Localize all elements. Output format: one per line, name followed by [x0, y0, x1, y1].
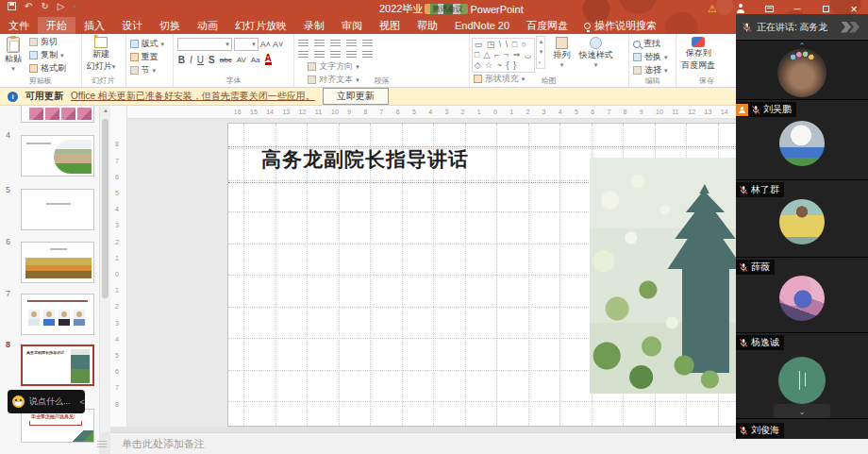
ruler-v-number: 0 [115, 271, 119, 277]
tab-slideshow[interactable]: 幻灯片放映 [226, 17, 295, 34]
font-color-button[interactable]: A [265, 54, 272, 65]
align-right-icon[interactable] [330, 51, 341, 59]
tell-me-label: 操作说明搜索 [594, 19, 657, 33]
tab-file[interactable]: 文件 [0, 17, 38, 34]
window-title: 2022毕业 腾讯会议 PowerPoint [379, 2, 524, 16]
slide8-pagoda-image [71, 349, 90, 383]
meeting-overlay-label: 腾讯会议 [432, 5, 462, 13]
change-case-button[interactable]: Aa [251, 56, 260, 64]
tab-help[interactable]: 帮助 [409, 17, 446, 34]
italic-button[interactable]: I [190, 55, 192, 65]
thumbnail-slide-6[interactable] [21, 242, 94, 283]
video-cell-1[interactable]: 刘吴鹏 [736, 99, 868, 179]
section-button[interactable]: 节▾ [128, 64, 167, 76]
scroll-up-icon[interactable]: ▲ [103, 108, 108, 113]
video-cell-3[interactable]: 薛薇 [736, 257, 868, 332]
participant-label-4: 杨逸诚 [736, 335, 784, 350]
undo-icon[interactable]: ↶ [25, 1, 32, 11]
redo-icon[interactable]: ↻ [41, 1, 48, 11]
ruler-h-number: 6 [396, 109, 400, 115]
font-size-combo[interactable]: ▾ [234, 38, 259, 51]
collapse-down-button[interactable]: ⌄ [774, 404, 830, 418]
chat-input-placeholder[interactable]: 说点什么... [29, 395, 71, 408]
justify-icon[interactable] [346, 51, 357, 59]
slide-number-5: 5 [6, 185, 10, 194]
chat-collapse-icon[interactable]: < [80, 397, 85, 407]
shrink-font-icon[interactable]: A˅ [273, 40, 283, 49]
tab-animations[interactable]: 动画 [189, 17, 226, 34]
ruler-v-number: 2 [115, 303, 119, 310]
notes-placeholder[interactable]: 单击此处添加备注 [122, 437, 205, 451]
ruler-h-number: 3 [444, 109, 448, 115]
tab-review[interactable]: 审阅 [333, 17, 371, 34]
tab-record[interactable]: 录制 [295, 17, 333, 34]
replace-button[interactable]: 替换▾ [631, 51, 670, 63]
thumbnail-slide-7[interactable] [21, 294, 94, 335]
quick-access-dropdown-icon[interactable]: ▾ [73, 3, 76, 10]
save-to-baidu-button[interactable]: 保存到 百度网盘 [678, 36, 718, 73]
align-left-icon[interactable] [298, 51, 309, 59]
group-drawing: ▭ ◳ \ \ □ ○□ △ ⌐ ¬ ⇒ ◡◇ ☆ ~ { }▲▼▿ 排列▾ 快… [470, 34, 629, 87]
tab-view[interactable]: 视图 [371, 17, 409, 34]
thumbnail-slide-8-selected[interactable]: 高务龙副院长指导讲话 [21, 345, 94, 386]
text-direction-button[interactable]: 文字方向▾ [306, 60, 389, 73]
tab-design[interactable]: 设计 [113, 17, 151, 34]
decrease-indent-icon[interactable] [330, 40, 341, 47]
tab-transitions[interactable]: 切换 [151, 17, 189, 34]
thumbnail-slide-5[interactable] [21, 189, 94, 230]
copy-button[interactable]: 复制▾ [27, 49, 68, 61]
numbering-icon[interactable] [314, 40, 325, 47]
bold-button[interactable]: B [178, 55, 185, 65]
increase-indent-icon[interactable] [346, 40, 357, 47]
thumbnail-scrollbar[interactable]: ▲ [99, 106, 110, 432]
speaking-status: 正在讲话: 高务龙 [757, 21, 828, 34]
thumbnail-slide-4[interactable] [21, 135, 94, 177]
shapes-gallery[interactable]: ▭ ◳ \ \ □ ○□ △ ⌐ ¬ ⇒ ◡◇ ☆ ~ { } [472, 38, 536, 73]
align-center-icon[interactable] [314, 51, 325, 59]
format-painter-button[interactable]: 格式刷 [27, 62, 68, 75]
columns-icon[interactable] [362, 51, 373, 59]
video-cell-2[interactable]: 林了群 [736, 179, 868, 257]
arrange-icon [556, 37, 568, 49]
reset-button[interactable]: 重置 [128, 51, 167, 63]
bullets-icon[interactable] [298, 40, 309, 47]
save-icon[interactable] [8, 2, 16, 10]
thumbnail-slide-9[interactable]: 毕业季怎能只说再见! [21, 409, 94, 443]
cut-button[interactable]: 剪切 [27, 36, 68, 48]
participant-name: 刘俊海 [751, 424, 779, 437]
tab-home[interactable]: 开始 [38, 17, 75, 34]
tab-baidu-pan[interactable]: 百度网盘 [518, 17, 576, 34]
update-now-button[interactable]: 立即更新 [323, 88, 389, 105]
meeting-chat-bubble[interactable]: 说点什么... < [8, 390, 85, 413]
shapes-gallery-scroll[interactable]: ▲▼▿ [536, 36, 545, 69]
participant-name: 薛薇 [751, 261, 770, 274]
font-name-combo[interactable]: ▾ [177, 38, 232, 51]
text-shadow-button[interactable]: S [209, 55, 215, 65]
quick-styles-button[interactable]: 快速样式▾ [576, 36, 616, 70]
char-spacing-button[interactable]: AV [237, 56, 246, 64]
video-cell-speaker[interactable]: ⌃ [736, 40, 868, 99]
slide-title-text[interactable]: 高务龙副院长指导讲话 [261, 146, 469, 173]
paste-button[interactable]: 粘贴▾ [2, 36, 25, 74]
gridline-vertical [496, 124, 497, 426]
arrange-button[interactable]: 排列▾ [550, 36, 573, 70]
underline-button[interactable]: U [197, 55, 204, 65]
warning-icon[interactable]: ⚠ [698, 0, 726, 17]
video-cell-5[interactable]: 刘俊海 [736, 418, 868, 439]
tell-me-search[interactable]: 操作说明搜索 [576, 17, 664, 34]
emoji-icon[interactable] [12, 395, 25, 408]
update-message-link[interactable]: Office 相关更新已准备好安装，但首先需要关闭一些应用。 [71, 90, 315, 103]
strikethrough-button[interactable]: abc [220, 56, 232, 64]
find-button[interactable]: 查找 [631, 38, 670, 50]
start-slideshow-icon[interactable]: ▷ [58, 1, 65, 11]
new-slide-button[interactable]: 新建 幻灯片▾ [84, 36, 119, 74]
paste-icon [7, 37, 20, 53]
notes-grip[interactable] [97, 441, 107, 447]
thumbnail-slide-3[interactable] [21, 106, 94, 123]
line-spacing-icon[interactable] [362, 40, 373, 47]
layout-button[interactable]: 版式▾ [128, 38, 167, 50]
slide-editing-area[interactable]: 高务龙副院长指导讲话 [228, 124, 764, 426]
scrollbar-thumb[interactable] [102, 119, 108, 298]
tab-endnote[interactable]: EndNote 20 [446, 17, 518, 34]
grow-font-icon[interactable]: A˄ [260, 40, 271, 49]
